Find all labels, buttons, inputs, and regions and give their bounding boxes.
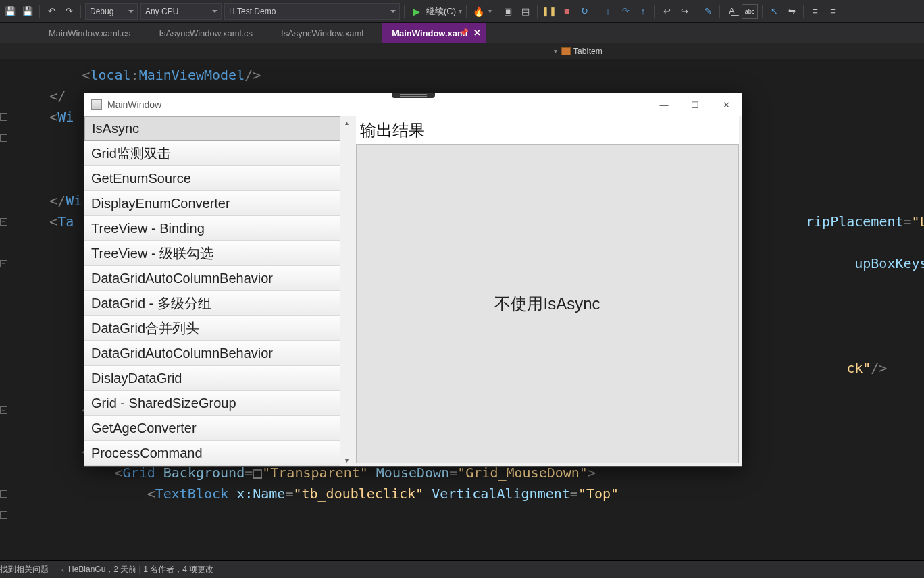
toolbar-icon[interactable]: ⇋	[784, 4, 799, 19]
undo-icon[interactable]: ↶	[44, 4, 59, 19]
toolbar-icon[interactable]: ▣	[500, 4, 515, 19]
cursor-icon[interactable]: ↖	[767, 4, 781, 19]
project-dropdown[interactable]: H.Test.Demo	[224, 3, 400, 20]
config-dropdown[interactable]: Debug	[85, 3, 138, 20]
output-body: 不使用IsAsync	[356, 144, 739, 463]
tab-list[interactable]: IsAsyncGrid监测双击GetEnumSourceDisplayEnumC…	[84, 116, 353, 466]
continue-label: 继续(C)	[426, 5, 456, 18]
toolbar-icon[interactable]: ↩	[659, 4, 674, 19]
tabitem-icon	[561, 47, 571, 55]
list-item[interactable]: DataGrid合并列头	[84, 316, 353, 341]
step-out-icon[interactable]: ↑	[636, 4, 650, 19]
toolbar-icon[interactable]: A͟	[724, 4, 739, 19]
list-item[interactable]: TreeView - 级联勾选	[84, 241, 353, 266]
scroll-down-icon[interactable]: ▾	[340, 454, 353, 466]
list-item[interactable]: DisplayEnumConverter	[84, 191, 353, 216]
scroll-up-icon[interactable]: ▴	[340, 116, 353, 128]
step-over-icon[interactable]: ↷	[618, 4, 633, 19]
app-icon	[91, 99, 102, 110]
redo-icon[interactable]: ↷	[61, 4, 76, 19]
toolbar-icon[interactable]: abc	[742, 4, 758, 19]
restart-icon[interactable]: ↻	[577, 4, 592, 19]
tab-mainwindow-xaml[interactable]: MainWindow.xaml 📌 ✕	[382, 23, 486, 43]
close-button[interactable]: ✕	[711, 93, 742, 116]
pin-icon[interactable]: 📌	[459, 28, 469, 37]
pause-icon[interactable]: ❚❚	[542, 4, 557, 19]
fold-collapse-icon[interactable]: −	[0, 113, 7, 121]
toolbar-icon[interactable]: ≡	[808, 4, 823, 19]
play-icon[interactable]: ▶	[409, 4, 424, 19]
app-title: MainWindow	[107, 99, 161, 110]
chevron-down-icon[interactable]: ▾	[459, 7, 462, 15]
codelens-authorship[interactable]: HeBianGu，2 天前 | 1 名作者，4 项更改	[68, 564, 213, 575]
output-header: 输出结果	[356, 116, 739, 144]
list-item[interactable]: TreeView - Binding	[84, 216, 353, 241]
list-item[interactable]: GetAgeConverter	[84, 416, 353, 441]
toolbar-icon[interactable]: ✎	[700, 4, 715, 19]
save-all-icon[interactable]: 💾	[20, 4, 35, 19]
find-issues[interactable]: 找到相关问题	[0, 564, 49, 575]
hot-reload-icon[interactable]: 🔥	[471, 4, 486, 19]
fold-collapse-icon[interactable]: −	[0, 511, 7, 519]
scrollbar[interactable]: ▴ ▾	[340, 116, 353, 466]
fold-collapse-icon[interactable]: −	[0, 260, 7, 267]
status-bar: 找到相关问题 ‹ HeBianGu，2 天前 | 1 名作者，4 项更改	[0, 560, 924, 578]
ide-toolbar: 💾 💾 ↶ ↷ Debug Any CPU H.Test.Demo ▶ 继续(C…	[0, 0, 924, 23]
fold-collapse-icon[interactable]: −	[0, 134, 7, 142]
tab-mainwindow-cs[interactable]: MainWindow.xaml.cs	[39, 23, 149, 43]
xaml-navigator: ▾ TabItem	[0, 43, 924, 59]
stop-icon[interactable]: ■	[559, 4, 574, 19]
list-item[interactable]: Grid - SharedSizeGroup	[84, 391, 353, 416]
toolbar-icon[interactable]: ↪	[677, 4, 692, 19]
step-into-icon[interactable]: ↓	[600, 4, 615, 19]
fold-collapse-icon[interactable]: −	[0, 490, 7, 498]
document-tab-bar: MainWindow.xaml.cs IsAsyncWindow.xaml.cs…	[0, 23, 924, 43]
maximize-button[interactable]: ☐	[679, 93, 711, 116]
toolbar-icon[interactable]: ▤	[518, 4, 533, 19]
tab-isasyncwindow-cs[interactable]: IsAsyncWindow.xaml.cs	[149, 23, 272, 43]
running-app-window: MainWindow — ☐ ✕ IsAsyncGrid监测双击GetEnumS…	[84, 93, 742, 467]
output-pane: 输出结果 不使用IsAsync	[353, 116, 742, 466]
chevron-left-icon[interactable]: ‹	[57, 565, 68, 575]
platform-dropdown[interactable]: Any CPU	[140, 3, 222, 20]
save-icon[interactable]: 💾	[3, 4, 18, 19]
toolbar-icon[interactable]: ≡	[825, 4, 840, 19]
list-item[interactable]: ProcessCommand	[84, 441, 353, 466]
list-item[interactable]: IsAsync	[84, 116, 353, 141]
minimize-button[interactable]: —	[648, 93, 679, 116]
debug-handle[interactable]	[392, 93, 435, 98]
fold-collapse-icon[interactable]: −	[0, 218, 7, 226]
list-item[interactable]: DataGridAutoColumnBehavior	[84, 266, 353, 291]
close-icon[interactable]: ✕	[473, 28, 481, 38]
fold-gutter: − − − − − − −	[0, 59, 10, 559]
tab-isasyncwindow-xaml[interactable]: IsAsyncWindow.xaml	[272, 23, 382, 43]
chevron-down-icon[interactable]: ▾	[554, 47, 557, 55]
fold-collapse-icon[interactable]: −	[0, 406, 7, 414]
list-item[interactable]: GetEnumSource	[84, 166, 353, 191]
list-item[interactable]: DataGrid - 多级分组	[84, 291, 353, 316]
list-item[interactable]: DislayDataGrid	[84, 366, 353, 391]
chevron-down-icon[interactable]: ▾	[488, 7, 492, 15]
list-item[interactable]: Grid监测双击	[84, 141, 353, 166]
list-item[interactable]: DataGridAutoColumnBehavior	[84, 341, 353, 366]
navigator-item[interactable]: TabItem	[561, 47, 602, 56]
